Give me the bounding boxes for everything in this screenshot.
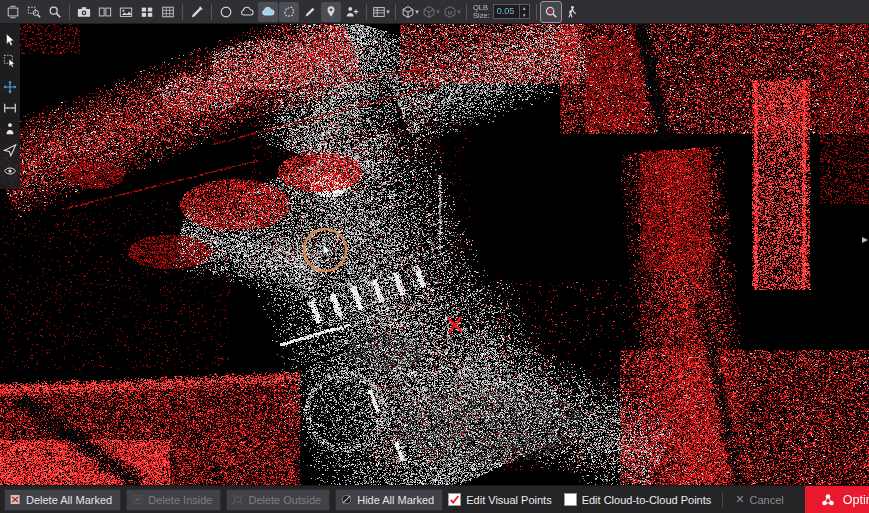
cube-view-button[interactable]: ▾	[400, 2, 420, 22]
thumbnail-view-button[interactable]	[137, 2, 157, 22]
inspect-group	[541, 2, 582, 22]
person-view-tool-button[interactable]	[1, 120, 19, 138]
delete-all-marked-button[interactable]: Delete All Marked	[4, 489, 121, 511]
cube-m-icon: M	[443, 5, 457, 19]
qlb-size-spinner[interactable]: ▲ ▼	[519, 5, 529, 18]
view-options-button[interactable]: ▾	[371, 2, 391, 22]
bottom-bar: Delete All MarkedDelete InsideDelete Out…	[0, 485, 869, 513]
checkbox-label: Edit Visual Points	[466, 494, 551, 506]
delete-inside-icon	[131, 493, 144, 506]
grid-icon	[161, 5, 175, 19]
paint-group	[187, 2, 207, 22]
toolbar-separator	[536, 4, 537, 20]
svg-text:M: M	[448, 9, 453, 16]
toolbar-right-groups	[541, 2, 582, 22]
toolbar-separator	[69, 4, 70, 20]
view-group	[3, 2, 65, 22]
button-label: Hide All Marked	[357, 494, 434, 506]
optimize-bundle-label: Optimize Bundle	[843, 493, 869, 507]
zoom-window-button[interactable]	[24, 2, 44, 22]
cube-icon	[422, 5, 436, 19]
delete-inside-button: Delete Inside	[126, 489, 221, 511]
qlb-size-value[interactable]: 0.05	[494, 5, 519, 18]
image-icon	[119, 5, 133, 19]
camera-button[interactable]	[74, 2, 94, 22]
viewport-canvas[interactable]	[0, 24, 869, 485]
delete-outside-button: Delete Outside	[226, 489, 330, 511]
close-icon: ✕	[735, 493, 744, 506]
hide-all-marked-button[interactable]: Hide All Marked	[335, 489, 443, 511]
optimize-bundle-button[interactable]: Optimize Bundle	[805, 486, 869, 513]
dropdown-caret-icon: ▾	[436, 8, 440, 15]
grid-view-button[interactable]	[158, 2, 178, 22]
pan-tool-button[interactable]	[1, 78, 19, 96]
button-label: Delete Inside	[148, 494, 212, 506]
brush-icon	[190, 5, 204, 19]
person-add-icon	[345, 5, 359, 19]
toolbar-separator	[211, 4, 212, 20]
hide-marked-icon	[340, 493, 353, 506]
bundle-icon	[820, 492, 836, 508]
fit-view-icon	[6, 5, 20, 19]
checkbox-checked-icon	[448, 493, 461, 506]
toolbar-separator	[366, 4, 367, 20]
inspect-tool-button[interactable]	[541, 2, 561, 22]
dropdown-caret-icon: ▾	[415, 8, 419, 15]
move-icon	[3, 80, 17, 94]
cube-wire-view-button: ▾	[421, 2, 441, 22]
look-around-tool-button[interactable]	[1, 162, 19, 180]
inspect-icon	[544, 5, 558, 19]
cursor-box-icon	[3, 54, 17, 68]
split-view-icon	[98, 5, 112, 19]
cloud-points-icon	[261, 5, 275, 19]
table-menu-icon	[372, 5, 386, 19]
cursor-icon	[3, 33, 17, 47]
dropdown-caret-icon: ▾	[457, 8, 461, 15]
zoom-button[interactable]	[45, 2, 65, 22]
button-label: Delete Outside	[248, 494, 321, 506]
navigate-tool-button[interactable]	[1, 141, 19, 159]
lasso-icon	[282, 5, 296, 19]
qlb-size-label: QLB Size:	[473, 4, 490, 20]
thumbs-icon	[140, 5, 154, 19]
spin-down-icon[interactable]: ▼	[520, 12, 529, 19]
camera-icon	[77, 5, 91, 19]
split-view-button[interactable]	[95, 2, 115, 22]
qlb-size-input[interactable]: 0.05 ▲ ▼	[493, 4, 530, 19]
cancel-button[interactable]: ✕ Cancel	[722, 492, 793, 508]
toolbar-left-groups: ▾▾▾M▾	[3, 2, 471, 22]
pencil-select-button[interactable]	[300, 2, 320, 22]
add-viewpoint-button[interactable]	[342, 2, 362, 22]
checkbox-unchecked-icon	[564, 493, 577, 506]
toolbar-separator	[466, 4, 467, 20]
cloud-icon	[240, 5, 254, 19]
edit-visual-points-checkbox[interactable]: Edit Visual Points	[448, 493, 551, 506]
toolbar-separator	[395, 4, 396, 20]
toolbar-separator	[182, 4, 183, 20]
paint-select-button[interactable]	[187, 2, 207, 22]
pin-icon	[324, 5, 338, 19]
cube-group: ▾▾M▾	[400, 2, 462, 22]
navigate-icon	[3, 143, 17, 157]
expand-panel-arrow[interactable]: ▸	[862, 233, 868, 245]
box-select-tool-button[interactable]	[1, 52, 19, 70]
walk-tool-button[interactable]	[562, 2, 582, 22]
circle-select-button[interactable]	[216, 2, 236, 22]
bottom-right-controls: Edit Visual PointsEdit Cloud-to-Cloud Po…	[448, 486, 869, 513]
delete-outside-icon	[231, 493, 244, 506]
select-tool-button[interactable]	[1, 31, 19, 49]
options-group: ▾	[371, 2, 391, 22]
cloud-points-button[interactable]	[258, 2, 278, 22]
circle-select-icon	[219, 5, 233, 19]
fit-view-button[interactable]	[3, 2, 23, 22]
lasso-select-button[interactable]	[279, 2, 299, 22]
edit-cloud-to-cloud-points-checkbox[interactable]: Edit Cloud-to-Cloud Points	[564, 493, 712, 506]
qlb-size-widget: QLB Size: 0.05 ▲ ▼	[473, 4, 530, 20]
pin-button[interactable]	[321, 2, 341, 22]
pencil-icon	[303, 5, 317, 19]
image-view-button[interactable]	[116, 2, 136, 22]
display-group	[74, 2, 178, 22]
measure-tool-button[interactable]	[1, 99, 19, 117]
cloud-select-button[interactable]	[237, 2, 257, 22]
person-icon	[3, 122, 17, 136]
